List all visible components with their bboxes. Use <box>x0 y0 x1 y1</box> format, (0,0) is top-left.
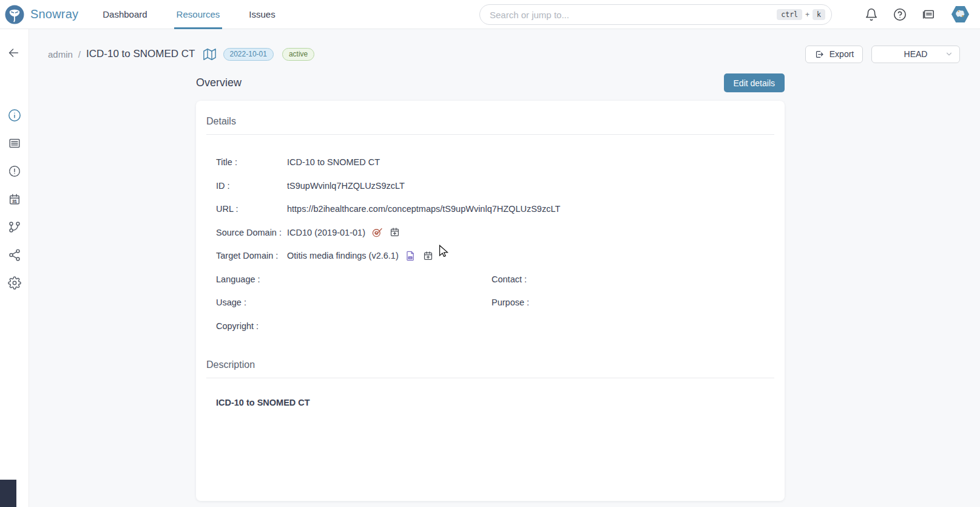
top-bar: Snowray Dashboard Resources Issues ctrl … <box>0 0 980 29</box>
description-section-title: Description <box>206 359 774 370</box>
details-fields: Title : ICD-10 to SNOMED CT ID : tS9upWv… <box>216 151 765 338</box>
field-label: URL : <box>216 204 287 214</box>
field-row-title: Title : ICD-10 to SNOMED CT <box>216 151 765 174</box>
chevron-down-icon <box>945 50 953 58</box>
app-name: Snowray <box>30 7 78 21</box>
field-row-url: URL : https://b2ihealthcare.com/conceptm… <box>216 197 765 221</box>
app-logo-home-link[interactable]: Snowray <box>5 5 78 24</box>
concept-map-icon <box>203 48 216 61</box>
field-label: Title : <box>216 157 287 167</box>
calendar-plus-icon[interactable] <box>422 250 434 262</box>
nav-item-resources[interactable]: Resources <box>174 0 223 29</box>
sidebar-icon-menu: 31 <box>0 109 29 290</box>
field-label: Contact : <box>492 274 563 284</box>
bottom-corner-panel <box>0 480 16 507</box>
share-icon[interactable] <box>8 248 21 262</box>
back-button[interactable] <box>5 46 24 61</box>
field-row-language-contact: Language : Contact : <box>216 268 765 291</box>
nav-item-dashboard[interactable]: Dashboard <box>100 0 149 29</box>
status-badge: active <box>282 48 314 61</box>
field-label: Usage : <box>216 298 287 307</box>
export-button-label: Export <box>830 49 854 59</box>
field-row-id: ID : tS9upWvinlq7HZQLUzS9zcLT <box>216 174 765 198</box>
notes-icon[interactable] <box>8 137 21 150</box>
left-sidebar: 31 <box>0 29 29 507</box>
page-breadcrumb-title: ICD-10 to SNOMED CT <box>86 48 195 60</box>
details-divider <box>206 134 774 135</box>
branch-selector-value: HEAD <box>904 49 928 59</box>
field-value: ICD-10 to SNOMED CT <box>287 157 380 167</box>
shortcut-separator: + <box>805 10 809 19</box>
issues-seal-icon[interactable] <box>8 165 21 178</box>
field-label: ID : <box>216 181 287 191</box>
details-section-title: Details <box>206 116 774 127</box>
breadcrumb-separator: / <box>78 49 81 60</box>
export-button[interactable]: Export <box>805 46 863 63</box>
field-row-copyright: Copyright : <box>216 315 765 338</box>
value-set-icon[interactable]: vs <box>405 250 416 262</box>
settings-gear-icon[interactable] <box>8 276 21 290</box>
branch-selector-dropdown[interactable]: HEAD <box>871 46 960 63</box>
shortcut-key-ctrl: ctrl <box>777 9 802 20</box>
field-value: tS9upWvinlq7HZQLUzS9zcLT <box>287 181 405 191</box>
top-bar-actions <box>865 4 970 24</box>
export-icon <box>814 49 825 60</box>
page-title: Overview <box>196 77 242 89</box>
field-label: Copyright : <box>216 321 287 331</box>
description-section: Description ICD-10 to SNOMED CT <box>206 359 774 407</box>
field-label: Language : <box>216 274 287 284</box>
version-badge: 2022-10-01 <box>223 48 274 61</box>
description-divider <box>206 378 774 378</box>
shortcut-key-k: k <box>813 9 825 20</box>
git-branch-icon[interactable] <box>8 220 21 234</box>
field-row-source-domain: Source Domain : ICD10 (2019-01-01) <box>216 221 765 245</box>
calendar-31-icon[interactable]: 31 <box>8 192 21 206</box>
target-domain-link[interactable]: Otitis media findings (v2.6.1) <box>287 251 399 260</box>
svg-text:31: 31 <box>12 199 17 203</box>
svg-text:vs: vs <box>409 256 411 259</box>
overview-header: Overview Edit details <box>196 73 785 92</box>
field-value: https://b2ihealthcare.com/conceptmaps/tS… <box>287 204 560 214</box>
field-row-usage-purpose: Usage : Purpose : <box>216 291 765 315</box>
search-input[interactable] <box>490 10 777 20</box>
snowray-logo-icon <box>5 5 24 24</box>
info-icon[interactable] <box>8 109 21 122</box>
description-text: ICD-10 to SNOMED CT <box>216 398 765 407</box>
back-arrow-icon <box>5 46 21 60</box>
source-domain-link[interactable]: ICD10 (2019-01-01) <box>287 228 365 237</box>
bell-icon[interactable] <box>865 8 878 21</box>
edit-details-button[interactable]: Edit details <box>724 73 785 92</box>
code-system-target-icon[interactable] <box>371 226 383 238</box>
breadcrumb-parent[interactable]: admin <box>48 49 73 60</box>
details-card: Details Title : ICD-10 to SNOMED CT ID :… <box>196 101 785 501</box>
field-label: Target Domain : <box>216 251 287 260</box>
resource-actions: Export HEAD <box>805 46 960 63</box>
field-label: Source Domain : <box>216 228 287 237</box>
primary-nav: Dashboard Resources Issues <box>100 0 302 29</box>
news-icon[interactable] <box>922 8 935 21</box>
global-search[interactable]: ctrl + k <box>479 4 832 25</box>
field-label: Purpose : <box>492 298 563 307</box>
nav-item-issues[interactable]: Issues <box>246 0 277 29</box>
calendar-plus-icon[interactable] <box>389 226 400 238</box>
breadcrumb-row: admin / ICD-10 to SNOMED CT 2022-10-01 a… <box>48 45 960 63</box>
user-avatar[interactable] <box>950 4 970 24</box>
field-row-target-domain: Target Domain : Otitis media findings (v… <box>216 244 765 268</box>
help-icon[interactable] <box>893 8 907 21</box>
